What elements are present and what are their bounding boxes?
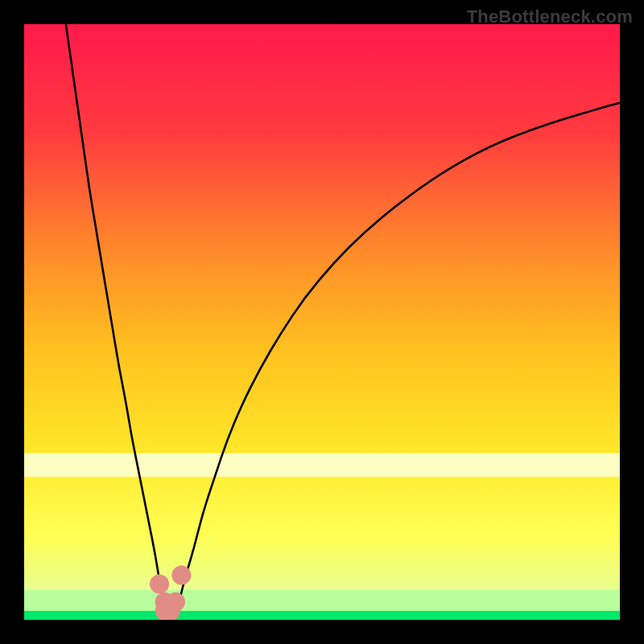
chart-frame: TheBottleneck.com bbox=[0, 0, 644, 644]
bottom-band-light-yellow bbox=[24, 453, 620, 477]
gradient-background bbox=[24, 24, 620, 620]
plot-svg bbox=[24, 24, 620, 620]
watermark-text: TheBottleneck.com bbox=[467, 6, 633, 27]
bottom-band-green bbox=[24, 611, 620, 620]
marker-cluster-point bbox=[171, 566, 191, 585]
bottom-band-pale-green bbox=[24, 590, 620, 611]
marker-cluster-point bbox=[166, 592, 185, 612]
marker-cluster-point bbox=[150, 575, 169, 594]
plot-outer bbox=[24, 24, 620, 620]
